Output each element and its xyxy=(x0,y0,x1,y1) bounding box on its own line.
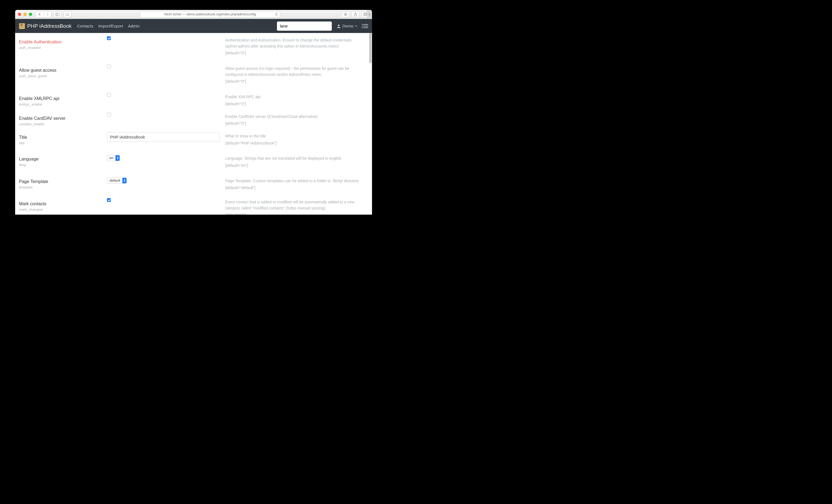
checkbox-auth-enabled[interactable] xyxy=(107,36,111,40)
default-auth-allow-guest: [default="0"] xyxy=(225,79,368,85)
row-title: Title title What to show in the title [d… xyxy=(19,135,368,146)
row-carddav-enable: Enable CardDAV server carddav_enable Ena… xyxy=(19,116,368,127)
default-title: [default="PHP iAddressBook"] xyxy=(225,140,368,147)
brand-icon xyxy=(19,23,25,29)
key-mark-changed: mark_changed xyxy=(19,208,101,212)
input-title[interactable] xyxy=(107,132,220,142)
default-carddav-enable: [default="0"] xyxy=(225,121,368,127)
row-template: Page Template template default Page Temp… xyxy=(19,179,368,191)
label-auth-enabled: Enable Authentication xyxy=(19,39,101,45)
default-auth-enabled: [default="0"] xyxy=(225,50,368,56)
row-auth-enabled: Enable Authentication auth_enabled Authe… xyxy=(19,39,368,56)
list-view-icon[interactable] xyxy=(363,24,368,28)
select-lang-value: en xyxy=(107,155,115,161)
default-template: [default="default"] xyxy=(225,185,368,191)
minimize-window-button[interactable] xyxy=(23,12,27,16)
default-xmlrpc-enable: [default="0"] xyxy=(225,101,368,107)
browser-window: Nicht sicher — demo.iaddressbook.org/ind… xyxy=(15,10,372,215)
default-lang: [default="en"] xyxy=(225,163,368,169)
select-template-value: default xyxy=(107,178,122,183)
nav-contacts[interactable]: Contacts xyxy=(77,24,93,28)
row-lang: Language lang en Language. Strings that … xyxy=(19,157,368,168)
help-template: Page Template. Custom templates can be a… xyxy=(225,178,368,184)
address-text: Nicht sicher — demo.iaddressbook.org/ind… xyxy=(164,12,256,16)
select-template[interactable]: default xyxy=(107,178,127,184)
cloud-tabs-button[interactable] xyxy=(63,11,71,17)
new-tab-button[interactable]: + xyxy=(367,10,372,19)
row-xmlrpc-enable: Enable XMLRPC api xmlrpc_enable Enable X… xyxy=(19,96,368,107)
nav-admin[interactable]: Admin xyxy=(128,24,140,28)
help-title: What to show in the title xyxy=(225,133,368,139)
reload-icon[interactable] xyxy=(275,12,278,16)
svg-rect-4 xyxy=(364,14,366,16)
svg-rect-0 xyxy=(56,13,59,16)
chevron-down-icon xyxy=(355,25,357,27)
back-button[interactable] xyxy=(36,11,44,17)
help-lang: Language. Strings that are not translate… xyxy=(225,156,368,162)
checkbox-auth-allow-guest[interactable] xyxy=(107,64,111,69)
share-button[interactable] xyxy=(352,11,359,17)
scrollbar-thumb[interactable] xyxy=(369,33,371,63)
key-xmlrpc-enable: xmlrpc_enable xyxy=(19,102,101,106)
checkbox-mark-changed[interactable] xyxy=(107,198,111,202)
user-icon xyxy=(337,24,341,28)
label-lang: Language xyxy=(19,157,101,162)
label-mark-changed: Mark contacts xyxy=(19,202,101,206)
forward-button[interactable] xyxy=(44,11,51,17)
user-name: Demo xyxy=(342,24,353,28)
help-auth-allow-guest: Allow guest access (no login required) -… xyxy=(225,66,368,78)
user-menu[interactable]: Demo xyxy=(337,24,357,28)
key-carddav-enable: carddav_enable xyxy=(19,122,101,126)
downloads-button[interactable] xyxy=(342,11,349,17)
help-mark-changed: Every contact that is added or modified … xyxy=(225,199,368,211)
key-title: title xyxy=(19,141,101,145)
select-stepper-icon xyxy=(115,155,120,161)
label-title: Title xyxy=(19,135,101,140)
checkbox-carddav-enable[interactable] xyxy=(107,113,111,116)
label-template: Page Template xyxy=(19,179,101,184)
row-auth-allow-guest: Allow guest access auth_allow_guest Allo… xyxy=(19,68,368,85)
browser-titlebar: Nicht sicher — demo.iaddressbook.org/ind… xyxy=(15,10,372,19)
window-controls xyxy=(18,12,32,16)
key-auth-allow-guest: auth_allow_guest xyxy=(19,74,101,78)
config-form: Enable Authentication auth_enabled Authe… xyxy=(15,33,372,215)
key-auth-enabled: auth_enabled xyxy=(19,46,101,50)
brand[interactable]: PHP iAddressBook xyxy=(19,23,72,29)
key-template: template xyxy=(19,185,101,189)
label-auth-allow-guest: Allow guest access xyxy=(19,68,101,73)
help-carddav-enable: Enable CardDAV server (iCloud/ownCloud a… xyxy=(225,114,368,120)
brand-title: PHP iAddressBook xyxy=(27,23,72,29)
help-xmlrpc-enable: Enable XMLRPC api xyxy=(225,94,368,100)
row-mark-changed: Mark contacts mark_changed Every contact… xyxy=(19,202,368,215)
search-input[interactable] xyxy=(277,21,332,31)
svg-rect-5 xyxy=(364,13,367,15)
address-bar[interactable]: Nicht sicher — demo.iaddressbook.org/ind… xyxy=(140,11,280,18)
help-auth-enabled: Authentication and Authorization. Ensure… xyxy=(225,37,368,49)
label-carddav-enable: Enable CardDAV server xyxy=(19,116,101,121)
nav-import-export[interactable]: Import/Export xyxy=(98,24,123,28)
select-lang[interactable]: en xyxy=(107,155,120,161)
svg-point-6 xyxy=(338,24,340,26)
nav-links: Contacts Import/Export Admin xyxy=(77,24,140,28)
label-xmlrpc-enable: Enable XMLRPC api xyxy=(19,96,101,101)
default-mark-changed: [default="1"] xyxy=(225,212,368,215)
close-window-button[interactable] xyxy=(18,12,21,16)
app-navbar: PHP iAddressBook Contacts Import/Export … xyxy=(15,19,372,33)
nav-back-forward xyxy=(35,11,51,18)
select-stepper-icon xyxy=(122,178,127,183)
zoom-window-button[interactable] xyxy=(29,12,32,16)
sidebar-toggle-button[interactable] xyxy=(54,11,61,17)
checkbox-xmlrpc-enable[interactable] xyxy=(107,93,111,97)
key-lang: lang xyxy=(19,163,101,167)
